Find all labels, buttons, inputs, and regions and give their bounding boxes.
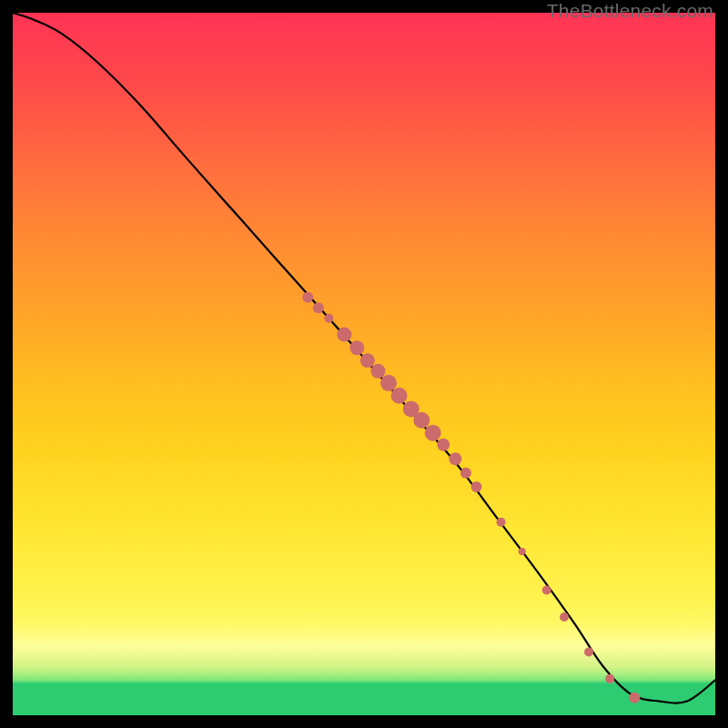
sample-point xyxy=(497,518,506,527)
sample-point xyxy=(425,425,441,441)
sample-point xyxy=(380,375,397,391)
sample-point xyxy=(360,353,375,368)
sample-point xyxy=(605,674,614,683)
sample-point xyxy=(313,302,324,313)
sample-point xyxy=(584,648,593,657)
sample-point xyxy=(471,481,482,492)
sample-point xyxy=(413,412,430,429)
sample-point xyxy=(560,612,569,622)
sample-point xyxy=(302,292,313,303)
sample-point xyxy=(391,388,408,404)
sample-point xyxy=(449,452,461,465)
sample-point xyxy=(542,586,551,595)
sample-point xyxy=(460,468,471,479)
sample-points-group xyxy=(302,292,640,703)
sample-point xyxy=(324,314,333,323)
sample-point xyxy=(349,340,364,355)
sample-point xyxy=(519,548,526,555)
chart-overlay xyxy=(13,13,715,715)
sample-point xyxy=(337,328,351,342)
watermark-text: TheBottleneck.com xyxy=(547,0,713,22)
sample-point xyxy=(629,693,640,703)
sample-point xyxy=(437,439,450,451)
chart-frame xyxy=(13,13,715,715)
sample-point xyxy=(370,364,385,379)
